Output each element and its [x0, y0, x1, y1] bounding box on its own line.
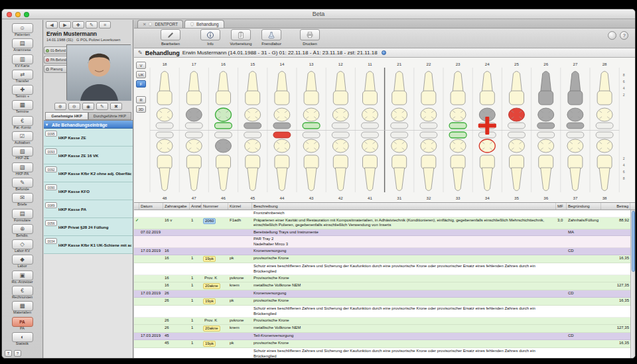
info-indicator-icon[interactable]: [382, 50, 386, 55]
finding-tab-pa-befund[interactable]: PA-Befund: [44, 56, 66, 64]
patients-icon[interactable]: ☺: [12, 23, 33, 33]
hkp-ze-icon[interactable]: ▧: [12, 147, 33, 156]
card-icon[interactable]: ▥: [12, 54, 33, 64]
hkp-list-item[interactable]: 0056 HKP Privat §28 24 Füllung 16.06.201…: [44, 218, 133, 236]
treatment-row[interactable]: PAR Tray 2Nadelhalter Mirco 3: [134, 236, 630, 248]
register-icon[interactable]: ▣: [12, 271, 33, 280]
column-header-betrag[interactable]: Betrag: [601, 203, 630, 210]
sidebar-item-kv-karte[interactable]: ▥KV-Karte: [2, 52, 42, 67]
edit-icon[interactable]: ✎: [96, 103, 108, 110]
minimize-button[interactable]: [15, 12, 21, 17]
invoices-icon[interactable]: €: [12, 286, 33, 296]
treatment-row[interactable]: 26119pkpkprovisorische Krone16,35: [134, 298, 630, 306]
treatment-row[interactable]: Schutz eines beschliffenen Zahnes und Si…: [134, 306, 630, 318]
table-header[interactable]: DatumZahnangabeAnzahlNummerKürzelBeschre…: [134, 203, 635, 210]
add-icon[interactable]: ✚: [72, 21, 84, 29]
sidebar-item-pat-konto[interactable]: €Pat.-Konto: [2, 113, 42, 129]
treatment-row[interactable]: 16120akneknemmetallische Vollkrone NEM12…: [134, 282, 630, 291]
column-header-datum[interactable]: Datum: [139, 203, 163, 210]
column-header-beschreibung[interactable]: Beschreibung: [252, 203, 556, 210]
treatment-list-header[interactable]: ▾ Alle Behandlungseinträge: [44, 120, 133, 129]
sidebar-item-pa[interactable]: PAPA: [2, 314, 42, 330]
date-group-row[interactable]: 17.03.201916KronenversorgungCD: [134, 248, 630, 255]
close-button[interactable]: [7, 12, 12, 17]
zoom-button[interactable]: [24, 12, 29, 17]
chart-view-uk[interactable]: UK: [136, 71, 146, 78]
account-icon[interactable]: €: [12, 116, 33, 126]
hkp-list-item[interactable]: 0095 HKP Kasse ZE 06.12.2018 Dr. Christi…: [44, 129, 133, 147]
calendar-icon[interactable]: ▦: [12, 100, 33, 110]
sidebar-item-patienten[interactable]: ☺Patienten: [2, 21, 42, 36]
treatment-icon[interactable]: ⊕: [12, 224, 33, 234]
clipboard-icon[interactable]: [231, 29, 251, 40]
date-group-row[interactable]: 17.03.201945Teil-KronenversorgungCD: [134, 333, 630, 340]
hkp-pa-icon[interactable]: ▨: [12, 162, 33, 172]
vorbereitung-button[interactable]: Vorbereitung: [226, 29, 256, 48]
flask-icon[interactable]: [261, 29, 281, 40]
hkp-tab-durchgef-hrte-hkp[interactable]: Durchgeführte HKP: [88, 112, 131, 120]
chart-view-v[interactable]: V: [136, 62, 146, 69]
pencil-icon[interactable]: [161, 29, 180, 40]
sidebar-item-labor[interactable]: ◆Labor: [2, 252, 42, 267]
sidebar-item-befunde[interactable]: ✎Befunde: [2, 175, 42, 190]
chart-view-f[interactable]: F: [136, 80, 146, 88]
statistics-icon[interactable]: ◐: [12, 332, 33, 342]
lab-icon[interactable]: ◆: [12, 255, 33, 265]
sidebar-item-behdlg-[interactable]: ⊕Behdlg.: [2, 221, 42, 237]
column-header-mf[interactable]: MF: [556, 203, 567, 210]
finding-tab-01-befund[interactable]: 01-Befund: [44, 46, 66, 54]
hkp-list-item[interactable]: 0092 HKP Kasse Kfbr K2 ohne adj. Oberflä…: [44, 164, 133, 182]
patient-photo[interactable]: [66, 44, 131, 100]
sidebar-item-anamnese[interactable]: ▤Anamnese: [2, 36, 42, 51]
findings-icon[interactable]: ✎: [12, 178, 33, 188]
pa-icon[interactable]: PA: [12, 317, 33, 327]
treatment-row[interactable]: Schutz eines beschliffenen Zahnes und Si…: [134, 348, 630, 358]
sidebar-item-rechnungen[interactable]: €Rechnungen: [2, 283, 42, 298]
finding-tab-planung[interactable]: Planung: [44, 65, 66, 73]
chart-view-r[interactable]: R: [136, 96, 146, 103]
treatment-row[interactable]: 45119pkpkprovisorische Krone16,35: [134, 340, 630, 349]
date-group-row[interactable]: 17.03.201926KronenversorgungCD: [134, 290, 630, 298]
drucken-button[interactable]: Drucken: [295, 29, 325, 48]
forward-icon[interactable]: ▶: [59, 21, 71, 29]
column-header-begründung[interactable]: Begründung: [567, 203, 601, 210]
forms-icon[interactable]: ▤: [12, 209, 33, 219]
treatment-row[interactable]: ✓16 v12060F1adhPräparieren einer Kavität…: [134, 217, 630, 229]
printer-icon[interactable]: [300, 29, 320, 40]
treatment-row[interactable]: 161Prov. KpvkroneProvisorische Krone: [134, 275, 630, 282]
zoom-in-icon[interactable]: ⊕: [54, 103, 66, 110]
chart-view-3d[interactable]: 3D: [136, 105, 146, 113]
sidebar-item-aufgaben[interactable]: ☑Aufgaben: [2, 129, 42, 144]
sidebar-mini-button-help[interactable]: ?: [14, 350, 21, 357]
sidebar-item-formulare[interactable]: ▤Formulare: [2, 206, 42, 221]
column-header-nummer[interactable]: Nummer: [202, 203, 228, 210]
sidebar-item-hkp-pa[interactable]: ▨HKP-PA: [2, 160, 42, 175]
anamnesis-icon[interactable]: ▤: [12, 38, 33, 48]
help-button[interactable]: ?: [620, 31, 628, 40]
delete-icon[interactable]: ✖: [110, 103, 122, 110]
edit-icon[interactable]: ✎: [86, 21, 98, 29]
letters-icon[interactable]: ✉: [12, 193, 33, 203]
close-tab-icon[interactable]: ✕: [143, 22, 146, 27]
hkp-list-item[interactable]: 0093 HKP Kasse ZE 16 VK 29.11.2018 Dr. C…: [44, 147, 133, 164]
appointment-add-icon[interactable]: ✚: [12, 85, 33, 95]
tab-dentport[interactable]: ✕DENTPORT: [137, 20, 183, 28]
sidebar-item-materialien[interactable]: ▩Materialien: [2, 298, 42, 314]
menu-icon[interactable]: ≡: [99, 21, 111, 29]
hkp-list-item[interactable]: 0034 HKP Kasse Kfbr K1 UK-Schiene mit ad…: [44, 236, 133, 254]
hkp-list-item[interactable]: 0089 HKP Kasse PA 03.09.2018 Dr. Christi…: [44, 200, 133, 218]
sidebar-item-rg-anzeiger[interactable]: ▣Rg.-Anzeiger: [2, 268, 42, 283]
treatment-row[interactable]: 26120akneknemmetallische Vollkrone NEM12…: [134, 325, 630, 334]
sidebar-item-hkp-ze[interactable]: ▧HKP-ZE: [2, 144, 42, 159]
treatment-row[interactable]: Schutz eines beschliffenen Zahnes und Si…: [134, 263, 630, 275]
zoom-out-icon[interactable]: ⊖: [68, 103, 80, 110]
treatment-row[interactable]: 261Prov. KpvkroneProvisorische Krone: [134, 318, 630, 325]
transfer-icon[interactable]: ⇄: [12, 70, 33, 80]
tab-behandlung[interactable]: Behandlung: [184, 20, 224, 28]
toolbar-toggle-button[interactable]: [608, 31, 616, 40]
dental-chart[interactable]: 1848174716461545144413431242114121312232…: [147, 59, 628, 204]
column-header-zahnangabe[interactable]: Zahnangabe: [163, 203, 190, 210]
back-icon[interactable]: ◀: [46, 21, 58, 29]
table-scrollbar[interactable]: [630, 210, 635, 358]
hkp-list-item[interactable]: 0090 HKP Kasse KFO 30.09.2018 Dr. Christ…: [44, 182, 133, 200]
